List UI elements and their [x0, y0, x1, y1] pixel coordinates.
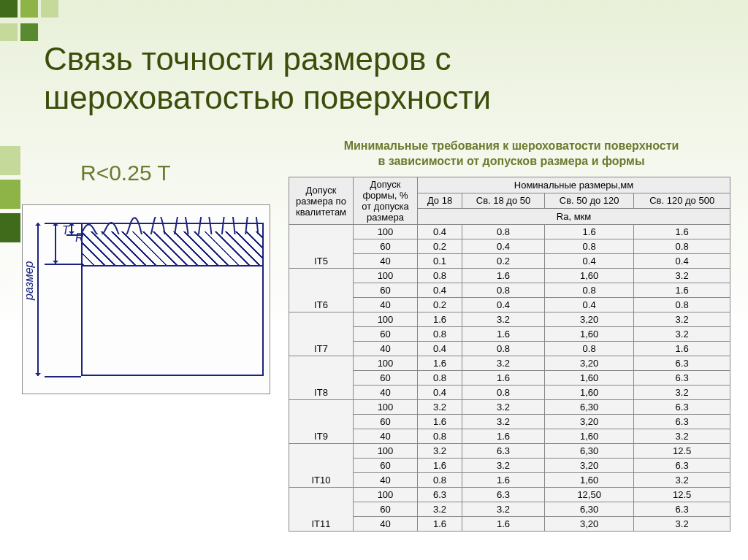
value-cell: 12.5 [634, 444, 730, 459]
table-row: 600.81.61,603.2 [289, 327, 730, 342]
table-row: IT71001.63.23,203.2 [289, 312, 730, 327]
value-cell: 1.6 [462, 429, 545, 444]
value-cell: 1,60 [545, 473, 634, 488]
table-row: 400.40.81,603.2 [289, 386, 730, 400]
value-cell: 1,60 [545, 371, 634, 386]
value-cell: 6.3 [634, 400, 730, 415]
value-cell: 1.6 [462, 269, 545, 283]
th-quality: Допуск размера по квалитетам [289, 177, 354, 225]
value-cell: 0.8 [418, 429, 462, 444]
value-cell: 6.3 [634, 415, 730, 429]
value-cell: 3.2 [462, 415, 545, 429]
table-row: 400.81.61,603.2 [289, 473, 730, 488]
value-cell: 1.6 [418, 312, 462, 327]
formula: R<0.25 T [80, 161, 171, 185]
value-cell: 0.8 [545, 342, 634, 356]
value-cell: 3,20 [545, 517, 634, 532]
value-cell: 1.6 [634, 283, 730, 298]
value-cell: 3.2 [462, 356, 545, 371]
value-cell: 3.2 [462, 459, 545, 473]
it-cell: IT9 [289, 400, 354, 444]
value-cell: 0.2 [418, 239, 462, 254]
it-cell: IT7 [289, 312, 354, 356]
value-cell: 0.4 [418, 386, 462, 400]
value-cell: 3.2 [462, 312, 545, 327]
value-cell: 0.8 [634, 298, 730, 312]
value-cell: 1.6 [545, 225, 634, 239]
table-row: 401.61.63,203.2 [289, 517, 730, 532]
pct-cell: 100 [354, 488, 418, 502]
value-cell: 3.2 [418, 400, 462, 415]
value-cell: 1.6 [418, 356, 462, 371]
value-cell: 6.3 [634, 502, 730, 517]
value-cell: 0.8 [418, 269, 462, 283]
table-row: 601.63.23,206.3 [289, 459, 730, 473]
value-cell: 1.6 [418, 459, 462, 473]
table-row: IT101003.26.36,3012.5 [289, 444, 730, 459]
th-range-3: Св. 50 до 120 [545, 193, 634, 209]
pct-cell: 40 [354, 298, 418, 312]
value-cell: 1,60 [545, 269, 634, 283]
value-cell: 0.4 [418, 283, 462, 298]
table-row: IT91003.23.26,306.3 [289, 400, 730, 415]
pct-cell: 60 [354, 371, 418, 386]
table-row: IT61000.81.61,603.2 [289, 269, 730, 283]
value-cell: 1.6 [462, 473, 545, 488]
pct-cell: 100 [354, 312, 418, 327]
roughness-table: Допуск размера по квалитетам Допуск форм… [289, 177, 730, 532]
value-cell: 3,20 [545, 356, 634, 371]
value-cell: 3.2 [634, 386, 730, 400]
value-cell: 1,60 [545, 327, 634, 342]
value-cell: 0.8 [634, 239, 730, 254]
pct-cell: 100 [354, 225, 418, 239]
table-caption: Минимальные требования к шероховатости п… [292, 139, 730, 169]
value-cell: 3.2 [462, 400, 545, 415]
pct-cell: 60 [354, 415, 418, 429]
it-cell: IT11 [289, 488, 354, 532]
decorative-squares-side [0, 146, 20, 247]
value-cell: 12,50 [545, 488, 634, 502]
value-cell: 1.6 [462, 327, 545, 342]
value-cell: 0.8 [462, 225, 545, 239]
it-cell: IT10 [289, 444, 354, 488]
pct-cell: 60 [354, 459, 418, 473]
value-cell: 1.6 [634, 225, 730, 239]
value-cell: 0.8 [462, 283, 545, 298]
pct-cell: 60 [354, 502, 418, 517]
value-cell: 0.4 [545, 254, 634, 269]
value-cell: 3.2 [462, 502, 545, 517]
value-cell: 1.6 [462, 371, 545, 386]
value-cell: 0.8 [462, 386, 545, 400]
value-cell: 0.4 [418, 225, 462, 239]
value-cell: 3.2 [418, 444, 462, 459]
value-cell: 1,60 [545, 429, 634, 444]
value-cell: 0.8 [462, 342, 545, 356]
diagram-label-t: T [62, 224, 69, 237]
value-cell: 6,30 [545, 400, 634, 415]
value-cell: 0.2 [462, 254, 545, 269]
title-line-2: шероховатостью поверхности [44, 80, 491, 115]
value-cell: 3,20 [545, 312, 634, 327]
value-cell: 6.3 [462, 444, 545, 459]
table-row: 603.23.26,306.3 [289, 502, 730, 517]
value-cell: 3,20 [545, 415, 634, 429]
it-cell: IT8 [289, 356, 354, 400]
value-cell: 6,30 [545, 502, 634, 517]
value-cell: 0.8 [418, 327, 462, 342]
pct-cell: 40 [354, 386, 418, 400]
value-cell: 0.8 [418, 473, 462, 488]
value-cell: 6.3 [462, 488, 545, 502]
title-line-1: Связь точности размеров с [44, 41, 451, 77]
slide-title: Связь точности размеров с шероховатостью… [44, 40, 491, 118]
value-cell: 0.4 [418, 342, 462, 356]
diagram-label-size: размер [23, 261, 36, 300]
table-row: 400.40.80.81.6 [289, 342, 730, 356]
value-cell: 0.4 [462, 239, 545, 254]
th-nominal: Номинальные размеры,мм [418, 177, 730, 193]
value-cell: 0.4 [545, 298, 634, 312]
subtitle-line-1: Минимальные требования к шероховатости п… [344, 139, 679, 152]
value-cell: 1,60 [545, 386, 634, 400]
table-row: 400.81.61,603.2 [289, 429, 730, 444]
value-cell: 1.6 [418, 415, 462, 429]
value-cell: 0.8 [545, 239, 634, 254]
